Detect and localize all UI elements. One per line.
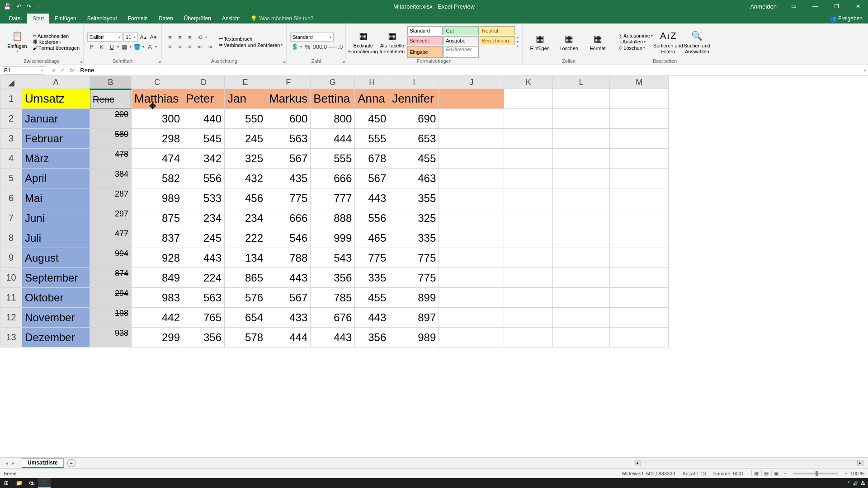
cell-H4[interactable]: 678 <box>355 149 389 169</box>
cell-G13[interactable]: 443 <box>311 328 355 347</box>
conditional-format-button[interactable]: ▦Bedingte Formatierung <box>349 29 377 54</box>
cell-G6[interactable]: 777 <box>311 188 355 208</box>
cell-B4[interactable]: 478 <box>90 149 132 169</box>
cell-E4[interactable]: 325 <box>225 149 266 169</box>
cell-D10[interactable]: 224 <box>183 268 225 288</box>
cell-G7[interactable]: 888 <box>311 208 355 228</box>
cell-C12[interactable]: 442 <box>132 308 183 328</box>
cell-F13[interactable]: 444 <box>266 328 311 347</box>
bold-button[interactable]: F <box>87 42 96 51</box>
cell-F10[interactable]: 443 <box>266 268 311 288</box>
cell-L3[interactable] <box>553 129 610 149</box>
cell-G10[interactable]: 356 <box>311 268 355 288</box>
cell-L9[interactable] <box>553 248 610 268</box>
tab-layout[interactable]: Seitenlayout <box>82 14 123 23</box>
cell-H13[interactable]: 356 <box>355 328 389 347</box>
format-painter-button[interactable]: 🖌 Format übertragen <box>33 45 80 51</box>
cell-M12[interactable] <box>610 308 669 328</box>
font-dialog-icon[interactable]: ◢ <box>158 60 160 64</box>
row-header-12[interactable]: 12 <box>0 308 22 328</box>
cell-C11[interactable]: 983 <box>132 288 183 308</box>
cell-B1[interactable]: Rene <box>90 89 132 109</box>
row-header-6[interactable]: 6 <box>0 188 22 208</box>
cell-G11[interactable]: 785 <box>311 288 355 308</box>
cell-I2[interactable]: 690 <box>389 109 439 129</box>
cell-B6[interactable]: 287 <box>90 188 132 208</box>
cell-F7[interactable]: 666 <box>266 208 311 228</box>
hscroll-left-icon[interactable]: ◂ <box>634 460 640 466</box>
cell-K4[interactable] <box>504 149 553 169</box>
cell-G4[interactable]: 555 <box>311 149 355 169</box>
cell-M3[interactable] <box>610 129 669 149</box>
cell-J3[interactable] <box>439 129 504 149</box>
formula-input[interactable]: Rene <box>78 67 862 74</box>
cell-A11[interactable]: Oktober <box>22 288 90 308</box>
cancel-edit-icon[interactable]: ✕ <box>52 67 56 74</box>
cell-C6[interactable]: 989 <box>132 188 183 208</box>
cell-B5[interactable]: 384 <box>90 169 132 188</box>
cell-B3[interactable]: 580 <box>90 129 132 149</box>
row-header-9[interactable]: 9 <box>0 248 22 268</box>
cell-H11[interactable]: 455 <box>355 288 389 308</box>
cell-L11[interactable] <box>553 288 610 308</box>
cell-E10[interactable]: 865 <box>225 268 266 288</box>
cell-I11[interactable]: 899 <box>389 288 439 308</box>
cell-D4[interactable]: 342 <box>183 149 225 169</box>
cell-A13[interactable]: Dezember <box>22 328 90 347</box>
align-left-icon[interactable]: ≡ <box>165 42 175 51</box>
cell-A2[interactable]: Januar <box>22 109 90 129</box>
format-as-table-button[interactable]: ▦Als Tabelle formatieren <box>378 29 406 54</box>
column-header-E[interactable]: E <box>225 76 266 89</box>
cell-C5[interactable]: 582 <box>132 169 183 188</box>
cell-M11[interactable] <box>610 288 669 308</box>
close-button[interactable]: ✕ <box>848 0 868 13</box>
increase-font-icon[interactable]: A▴ <box>139 33 148 42</box>
style-schlecht[interactable]: Schlecht <box>407 36 443 45</box>
cell-F4[interactable]: 567 <box>266 149 311 169</box>
cell-B10[interactable]: 874 <box>90 268 132 288</box>
border-button[interactable]: ▦ <box>120 42 129 51</box>
cell-I6[interactable]: 355 <box>389 188 439 208</box>
align-center-icon[interactable]: ≡ <box>175 42 184 51</box>
tab-review[interactable]: Überprüfen <box>179 14 217 23</box>
align-right-icon[interactable]: ≡ <box>185 42 194 51</box>
cell-J11[interactable] <box>439 288 504 308</box>
cell-B2[interactable]: 200 <box>90 109 132 129</box>
column-header-H[interactable]: H <box>355 76 389 89</box>
font-color-button[interactable]: A̲ <box>145 42 154 51</box>
font-size-select[interactable]: 11▾ <box>123 33 138 42</box>
cell-F3[interactable]: 563 <box>266 129 311 149</box>
cell-F8[interactable]: 546 <box>266 228 311 248</box>
fill-color-button[interactable]: 🪣 <box>132 42 142 51</box>
merge-center-button[interactable]: ⬌ Verbinden und Zentrieren ▾ <box>219 42 283 48</box>
tray-volume-icon[interactable]: 🔊 <box>853 481 858 486</box>
cell-C10[interactable]: 849 <box>132 268 183 288</box>
cell-I3[interactable]: 653 <box>389 129 439 149</box>
cell-B9[interactable]: 994 <box>90 248 132 268</box>
column-header-C[interactable]: C <box>132 76 183 89</box>
cell-C1[interactable]: Matthias <box>132 89 183 109</box>
cell-K8[interactable] <box>504 228 553 248</box>
cell-F2[interactable]: 600 <box>266 109 311 129</box>
cell-L10[interactable] <box>553 268 610 288</box>
tab-formulas[interactable]: Formeln <box>123 14 153 23</box>
decrease-indent-icon[interactable]: ⇤ <box>195 42 204 51</box>
cell-B8[interactable]: 477 <box>90 228 132 248</box>
cell-D9[interactable]: 443 <box>183 248 225 268</box>
column-header-B[interactable]: B <box>90 76 132 89</box>
cell-E1[interactable]: Jan <box>225 89 266 109</box>
cell-G5[interactable]: 666 <box>311 169 355 188</box>
cell-B7[interactable]: 297 <box>90 208 132 228</box>
name-box[interactable]: B1▾ <box>2 66 45 75</box>
cell-K2[interactable] <box>504 109 553 129</box>
cell-F6[interactable]: 775 <box>266 188 311 208</box>
cell-K9[interactable] <box>504 248 553 268</box>
cell-E6[interactable]: 456 <box>225 188 266 208</box>
cell-D2[interactable]: 440 <box>183 109 225 129</box>
cell-K5[interactable] <box>504 169 553 188</box>
undo-icon[interactable]: ↶ <box>16 3 21 10</box>
tray-expand-icon[interactable]: ˄ <box>848 481 850 486</box>
cell-J9[interactable] <box>439 248 504 268</box>
save-icon[interactable]: 💾 <box>4 3 11 10</box>
cell-A7[interactable]: Juni <box>22 208 90 228</box>
